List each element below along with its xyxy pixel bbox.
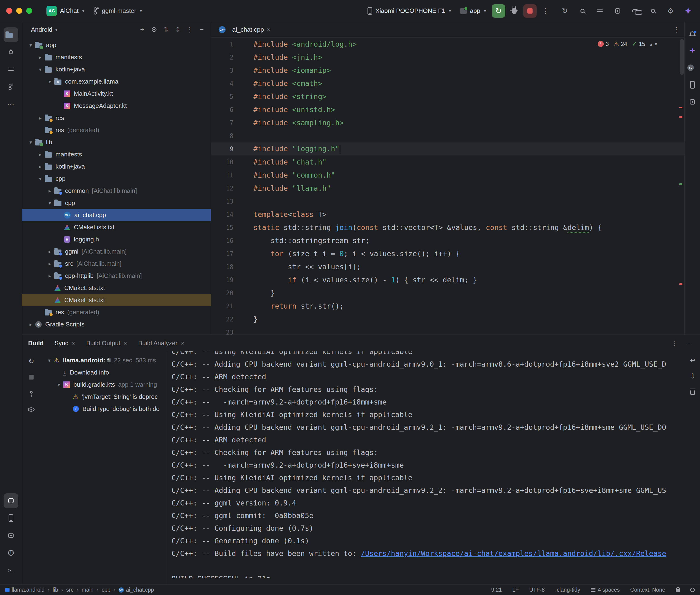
close-tab-icon[interactable]: × [123, 340, 127, 347]
gradle-tool-icon[interactable] [686, 61, 699, 74]
build-tools-icon[interactable] [611, 4, 624, 18]
stop-sync-icon[interactable] [26, 372, 36, 382]
pin-tab-icon[interactable] [26, 388, 36, 399]
code-line[interactable]: 13 [211, 195, 684, 208]
chevron-closed-icon[interactable]: ▸ [36, 55, 45, 60]
terminal-tool-icon[interactable]: >_ [4, 563, 18, 577]
run-configuration-selector[interactable]: app ▾ [457, 5, 489, 17]
build-tab-build-analyzer[interactable]: Build Analyzer× [138, 340, 184, 347]
sync-project-icon[interactable]: ↻ [558, 4, 571, 18]
tree-item-ggml[interactable]: ▸ggml[AiChat.lib.main] [22, 246, 211, 258]
editor-tab-ai-chat-cpp[interactable]: ai_chat.cpp × [214, 22, 275, 37]
code-line[interactable]: 11#include "common.h" [211, 169, 684, 182]
more-run-actions-button[interactable]: ⋮ [539, 4, 552, 18]
chevron-closed-icon[interactable]: ▸ [45, 188, 54, 194]
build-panel-title[interactable]: Build [28, 340, 44, 347]
breadcrumb-item-cpp[interactable]: cpp [102, 587, 111, 593]
device-selector[interactable]: Xiaomi POCOPHONE F1 ▾ [364, 5, 454, 17]
tree-item-logging-h[interactable]: logging.h [22, 233, 211, 246]
code-line[interactable]: 12#include "llama.h" [211, 182, 684, 195]
show-filters-icon[interactable] [26, 404, 36, 415]
device-link-icon[interactable] [628, 4, 642, 18]
close-tab-icon[interactable]: × [181, 340, 184, 347]
code-line[interactable]: 4#include <cmath> [211, 77, 684, 90]
breadcrumb-item-llama-android[interactable]: llama.android [5, 587, 45, 593]
editor-options-icon[interactable]: ⋮ [673, 26, 680, 34]
code-line[interactable]: 16 std::ostringstream str; [211, 234, 684, 247]
build-item-buildtype-debug-is-both-de[interactable]: BuildType 'debug' is both de [40, 403, 167, 415]
chevron-open-icon[interactable]: ▾ [45, 79, 54, 85]
ai-assistant-icon[interactable] [686, 44, 699, 57]
project-tool-icon[interactable] [4, 27, 18, 42]
editor-scrollbar[interactable] [680, 39, 684, 75]
code-line[interactable]: 21 return str.str(); [211, 300, 684, 313]
clang-tidy-status[interactable]: .clang-tidy [555, 587, 580, 593]
chevron-open-icon[interactable]: ▾ [45, 200, 54, 206]
settings-icon[interactable]: ⚙ [664, 4, 677, 18]
breadcrumb-item-lib[interactable]: lib [53, 587, 58, 593]
chevron-open-icon[interactable]: ▾ [54, 382, 63, 388]
chevron-closed-icon[interactable]: ▸ [45, 249, 54, 255]
zoom-window-button[interactable] [26, 8, 32, 14]
code-line[interactable]: 18 str << values[i]; [211, 260, 684, 273]
tree-item-src[interactable]: ▸src[AiChat.lib.main] [22, 258, 211, 270]
pull-requests-tool-icon[interactable] [4, 80, 18, 94]
add-icon[interactable]: + [137, 24, 147, 35]
build-item-build-gradle-kts[interactable]: ▾build.gradle.ktsapp 1 warning [40, 378, 167, 391]
stop-button[interactable] [523, 4, 537, 18]
code-line[interactable]: 17 for (size_t i = 0; i < values.size();… [211, 247, 684, 260]
rerun-sync-icon[interactable]: ↻ [26, 356, 36, 366]
next-problem-icon[interactable]: ▾ [655, 41, 657, 47]
tree-item-cpp[interactable]: ▾cpp [22, 197, 211, 209]
tree-item-manifests[interactable]: ▸manifests [22, 148, 211, 161]
error-stripe-mark[interactable] [679, 283, 682, 285]
console-link[interactable]: /Users/hanyin/Workspace/ai-chat/examples… [361, 549, 666, 558]
clear-all-icon[interactable] [687, 386, 698, 397]
logcat-tool-icon[interactable] [4, 511, 18, 526]
code-line[interactable]: 7#include <sampling.h> [211, 116, 684, 129]
tree-item-com-example-llama[interactable]: ▾com.example.llama [22, 76, 211, 88]
gemini-ai-icon[interactable] [681, 4, 695, 18]
soft-wrap-icon[interactable]: ↩ [687, 355, 698, 366]
vcs-branch-widget[interactable]: ggml-master ▾ [90, 5, 145, 17]
line-separator[interactable]: LF [512, 587, 519, 593]
chevron-open-icon[interactable]: ▾ [36, 176, 45, 182]
chevron-closed-icon[interactable]: ▸ [36, 115, 45, 121]
tree-item-res[interactable]: res(generated) [22, 306, 211, 318]
hide-panel-icon[interactable]: − [196, 24, 207, 35]
close-window-button[interactable] [6, 8, 12, 14]
tree-item-lib[interactable]: ▾lib [22, 136, 211, 148]
debug-button[interactable] [508, 4, 521, 18]
tree-item-res[interactable]: res(generated) [22, 124, 211, 136]
code-line[interactable]: 15static std::string join(const std::vec… [211, 221, 684, 234]
panel-options-icon[interactable]: ⋮ [185, 24, 195, 35]
tree-item-cmakelists-txt[interactable]: CMakeLists.txt [22, 221, 211, 233]
code-line[interactable]: 20 } [211, 286, 684, 300]
code-line[interactable]: 3#include <iomanip> [211, 64, 684, 77]
collapse-all-icon[interactable]: ↕ [173, 24, 183, 35]
context-status[interactable]: Context: None [630, 587, 665, 593]
tree-item-messageadapter-kt[interactable]: MessageAdapter.kt [22, 100, 211, 112]
status-widget-icon[interactable] [690, 588, 695, 592]
build-tool-icon[interactable] [4, 493, 18, 508]
code-line[interactable]: 6#include <unistd.h> [211, 103, 684, 116]
code-line[interactable]: 14template<class T> [211, 208, 684, 221]
task-list-icon[interactable] [593, 4, 607, 18]
select-opened-file-icon[interactable] [149, 24, 159, 35]
structure-tool-icon[interactable] [4, 62, 18, 77]
code-line[interactable]: 8 [211, 129, 684, 142]
tree-item-app[interactable]: ▾app [22, 39, 211, 51]
build-item-jvmtarget-string-is-deprec[interactable]: 'jvmTarget: String' is deprec [40, 391, 167, 403]
error-stripe-mark[interactable] [679, 116, 682, 118]
breadcrumb-item-ai-chat-cpp[interactable]: ai_chat.cpp [119, 587, 154, 593]
breadcrumb-item-src[interactable]: src [66, 587, 74, 593]
search-code-icon[interactable] [576, 4, 589, 18]
tree-item-cmakelists-txt[interactable]: CMakeLists.txt [22, 282, 211, 294]
tree-item-mainactivity-kt[interactable]: MainActivity.kt [22, 88, 211, 100]
chevron-open-icon[interactable]: ▾ [26, 140, 35, 145]
code-editor[interactable]: 1#include <android/log.h>2#include <jni.… [211, 38, 684, 335]
run-button[interactable]: ↻ [492, 4, 505, 18]
prev-problem-icon[interactable]: ▴ [650, 41, 652, 47]
chevron-closed-icon[interactable]: ▸ [45, 273, 54, 279]
project-view-title[interactable]: Android [31, 26, 52, 33]
